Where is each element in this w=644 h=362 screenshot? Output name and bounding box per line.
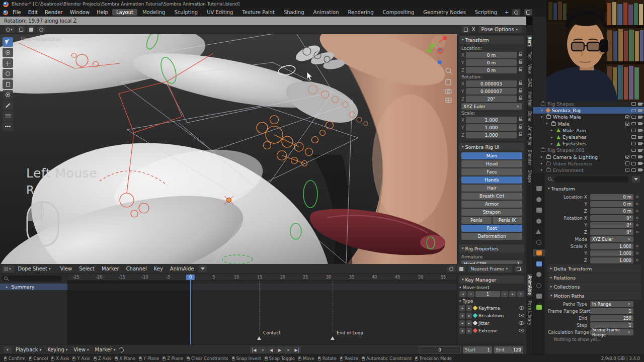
prop-rotation-mode-dropdown[interactable]: XYZ Euler▾: [590, 236, 633, 242]
select-left-button[interactable]: ◂: [459, 305, 465, 311]
rig-button-strapon[interactable]: Strapon: [461, 209, 522, 216]
channel-search-input[interactable]: [2, 276, 62, 282]
rig-ui-panel-header[interactable]: ▾Sombra Rig UI: [459, 143, 524, 151]
mirror-x-label[interactable]: X: [472, 27, 475, 32]
mirror-x-icon[interactable]: [462, 26, 470, 33]
paths-type-dropdown[interactable]: In Range▾: [590, 301, 633, 307]
tool-cursor[interactable]: [3, 48, 13, 57]
current-frame-field[interactable]: 0: [419, 346, 461, 353]
workspace-tab-animation[interactable]: Animation: [309, 9, 343, 16]
animate-dot[interactable]: [636, 259, 638, 261]
visibility-eye-icon[interactable]: [519, 321, 524, 325]
prop-scale-z[interactable]: 1.000: [590, 257, 633, 263]
key-manager-header[interactable]: ▾Key Manager: [459, 276, 524, 284]
location-x-field[interactable]: 0 m: [466, 52, 517, 58]
workspace-tab-layout[interactable]: Layout: [112, 9, 137, 16]
nudge-right-button[interactable]: ▸: [509, 291, 516, 297]
insert-key-button[interactable]: +: [517, 291, 524, 297]
select-left-button[interactable]: ◂: [459, 313, 465, 319]
tab-physics-icon[interactable]: [533, 282, 545, 289]
tool-rotate[interactable]: [3, 69, 13, 78]
outliner-row-male-arm[interactable]: ▸Male_Arm: [533, 127, 644, 134]
play-button[interactable]: ▶: [276, 346, 284, 353]
filter-icon[interactable]: [632, 176, 640, 183]
prop-location-x[interactable]: 0 m: [590, 194, 633, 200]
workspace-tab-sculpting[interactable]: Sculpting: [170, 9, 202, 16]
sidebar-tab-blender[interactable]: Blender: [527, 150, 532, 165]
delta-transform-panel[interactable]: ▸Delta Transform: [548, 264, 641, 273]
rig-button-hair[interactable]: Hair: [461, 185, 522, 192]
pose-options-dropdown[interactable]: Pose Options ▾: [478, 26, 522, 33]
prop-scale-y[interactable]: 1.000: [590, 250, 633, 256]
visibility-eye-icon[interactable]: [519, 306, 524, 310]
tab-particles-icon[interactable]: [533, 271, 545, 278]
playhead[interactable]: [190, 274, 191, 344]
mode-icon[interactable]: ▾: [5, 26, 15, 33]
rotation-z-field[interactable]: 20°: [466, 96, 517, 102]
tool-move[interactable]: [3, 58, 13, 68]
jump-to-start-button[interactable]: |◀: [250, 346, 258, 353]
animate-dot[interactable]: [636, 196, 638, 198]
relations-panel[interactable]: ▸Relations: [548, 274, 641, 282]
sidebar-tab-item[interactable]: Item: [527, 35, 532, 47]
workspace-tab-shading[interactable]: Shading: [280, 9, 308, 16]
proportional-edit-icon[interactable]: [447, 265, 455, 272]
tab-constraints-icon[interactable]: [533, 293, 545, 300]
collections-panel[interactable]: ▸Collections: [548, 283, 641, 291]
outliner-row-whole-male[interactable]: ▾Whole Male: [533, 114, 644, 120]
workspace-tab-geometry-nodes[interactable]: Geometry Nodes: [419, 9, 469, 16]
rotation-y-field[interactable]: 0.000007: [466, 88, 517, 95]
lock-icon[interactable]: [519, 82, 522, 85]
lock-icon[interactable]: [519, 90, 522, 93]
dope-menu-animaide[interactable]: AnimAide: [167, 266, 198, 272]
rotation-x-field[interactable]: 0.000003: [466, 80, 517, 87]
editor-type-dropdown[interactable]: ▾: [3, 265, 14, 273]
rig-button-head[interactable]: Head: [461, 160, 522, 167]
marker-end-of-loop-icon[interactable]: [331, 336, 335, 340]
scene-icon[interactable]: [512, 9, 520, 16]
tool-transform[interactable]: [3, 90, 13, 100]
rig-button-root[interactable]: Root: [461, 225, 522, 232]
animate-dot[interactable]: [636, 231, 638, 233]
copy-icon[interactable]: [515, 265, 523, 272]
workspace-tab-compositing[interactable]: Compositing: [379, 9, 419, 16]
playhead-frame-badge[interactable]: 0: [186, 275, 195, 280]
sidebar-tab-hairnet[interactable]: HairNet: [527, 92, 532, 107]
animate-dot[interactable]: [636, 203, 638, 205]
lock-icon[interactable]: [519, 61, 522, 64]
outliner-row-camera-lighting[interactable]: ▸Camera & Lighting: [533, 154, 644, 160]
dope-tab-animaide[interactable]: AnimAide: [527, 274, 532, 296]
tool-extra[interactable]: [3, 122, 13, 131]
scale-z-field[interactable]: 1.000: [466, 132, 517, 138]
outliner-row-environment[interactable]: ▸Environment: [533, 167, 644, 173]
sidebar-tab-tool[interactable]: Tool: [527, 52, 532, 60]
viewport-3d[interactable]: [0, 34, 457, 264]
rig-button-armor[interactable]: Armor: [461, 201, 522, 208]
view-menu[interactable]: View▾: [70, 347, 92, 352]
scale-y-field[interactable]: 1.000: [466, 124, 517, 131]
sidebar-tab-animaide[interactable]: AnimAide: [527, 126, 532, 145]
tool-scale[interactable]: [3, 79, 13, 89]
filter-icon[interactable]: [199, 265, 207, 272]
object-transform-panel-header[interactable]: ▾Transform: [548, 185, 641, 193]
nudge-right-big-button[interactable]: »: [501, 291, 508, 297]
dope-menu-select[interactable]: Select: [75, 266, 98, 272]
tab-object-data-icon[interactable]: [533, 304, 545, 311]
popover-icon[interactable]: ▾: [4, 346, 12, 353]
rig-button-penis[interactable]: Penis: [461, 217, 492, 224]
sidebar-tab-bone[interactable]: Bone: [527, 111, 532, 121]
next-keyframe-button[interactable]: »: [284, 346, 292, 353]
menu-render[interactable]: Render: [41, 10, 66, 15]
outliner-row-video-reference[interactable]: ▸Video Reference: [533, 160, 644, 167]
workspace-tab-uv-editing[interactable]: UV Editing: [203, 9, 237, 16]
amount-field[interactable]: 1: [475, 291, 500, 297]
tab-scene-icon[interactable]: [533, 228, 545, 235]
outliner-row-sombra-rig[interactable]: ▾Sombra_Rig: [533, 107, 644, 114]
dopesheet-mode-dropdown[interactable]: Dope Sheet▾: [16, 266, 55, 272]
animate-dot[interactable]: [636, 210, 638, 212]
workspace-tab-texture-paint[interactable]: Texture Paint: [238, 9, 279, 16]
viewport-3d-scene[interactable]: [0, 34, 457, 264]
tab-world-icon[interactable]: [533, 239, 545, 246]
view-layer-icon[interactable]: [524, 9, 532, 16]
transform-orientation-icon[interactable]: [17, 26, 25, 33]
